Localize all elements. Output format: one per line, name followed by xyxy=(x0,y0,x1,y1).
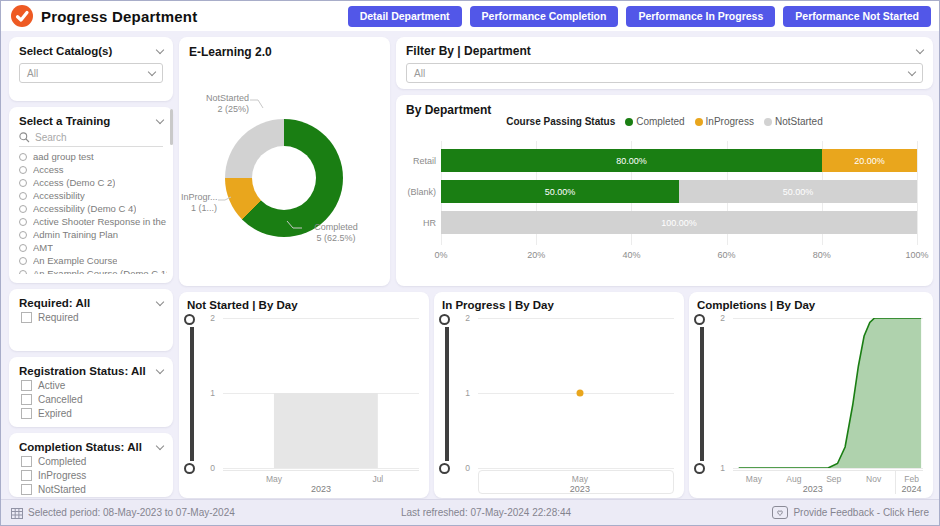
training-item[interactable]: Access (Demo C 2) xyxy=(19,176,167,189)
training-item-label: Admin Training Plan xyxy=(33,229,118,240)
gridline xyxy=(917,141,918,245)
y-tick-label: 1 xyxy=(465,388,470,398)
completion-title: Completion Status: All xyxy=(19,441,142,453)
slider-track[interactable] xyxy=(445,327,449,461)
category-label: (Blank) xyxy=(400,187,436,197)
bar-value-label: 20.00% xyxy=(854,156,885,166)
collapse-chevron-icon[interactable] xyxy=(156,365,164,373)
legend-item[interactable]: Completed xyxy=(625,116,684,127)
bar-segment-completed[interactable]: 80.00% xyxy=(441,149,822,172)
slider-handle-bottom[interactable] xyxy=(694,463,705,474)
training-list: aad group testAccessAccess (Demo C 2)Acc… xyxy=(19,150,167,274)
nav-button-performance-in-progress[interactable]: Performance In Progress xyxy=(626,6,775,27)
y-axis-labels: 210 xyxy=(458,318,472,468)
training-item[interactable]: Active Shooter Response in the ... xyxy=(19,215,167,228)
training-item[interactable]: AMT xyxy=(19,241,167,254)
department-select[interactable]: All xyxy=(406,63,923,83)
slider-handle-bottom[interactable] xyxy=(184,463,195,474)
plot-area xyxy=(223,318,419,468)
bar-value-label: 50.00% xyxy=(783,187,814,197)
year-divider xyxy=(895,471,896,494)
catalog-filter-panel: Select Catalog(s) All xyxy=(9,37,173,101)
scrollbar-thumb[interactable] xyxy=(170,109,173,145)
nav-button-performance-not-started[interactable]: Performance Not Started xyxy=(783,6,931,27)
legend-item[interactable]: InProgress xyxy=(695,116,754,127)
slider-track[interactable] xyxy=(190,327,194,461)
y-axis-labels: 21 xyxy=(713,318,727,468)
checkbox[interactable] xyxy=(21,408,32,419)
checkbox-label: Expired xyxy=(38,408,72,419)
radio-circle-icon xyxy=(19,166,27,174)
checkbox[interactable] xyxy=(21,394,32,405)
radio-circle-icon xyxy=(19,218,27,226)
y-tick-label: 0 xyxy=(465,463,470,473)
nav-button-detail-department[interactable]: Detail Department xyxy=(348,6,462,27)
feedback-link[interactable]: Provide Feedback - Click Here xyxy=(772,506,929,519)
y-tick-label: 2 xyxy=(210,313,215,323)
callout-value: 2 (25%) xyxy=(187,104,249,115)
chart-title: In Progress | By Day xyxy=(434,292,684,311)
collapse-chevron-icon[interactable] xyxy=(156,115,164,123)
date-range-slider xyxy=(184,314,200,474)
training-item-label: aad group test xyxy=(33,151,94,162)
plot-overlay xyxy=(478,318,674,468)
in-progress-by-day-panel: In Progress | By Day 210 May2023 xyxy=(434,292,684,498)
checkbox-option[interactable]: NotStarted xyxy=(21,484,173,495)
checkbox[interactable] xyxy=(21,380,32,391)
collapse-chevron-icon[interactable] xyxy=(156,297,164,305)
bar-segment-notstarted[interactable]: 100.00% xyxy=(441,211,917,234)
bar-segment-notstarted[interactable]: 50.00% xyxy=(679,180,917,203)
slider-handle-top[interactable] xyxy=(184,314,195,325)
collapse-chevron-icon[interactable] xyxy=(156,441,164,449)
dept-x-axis: 0%20%40%60%80%100% xyxy=(441,250,917,262)
training-item[interactable]: aad group test xyxy=(19,150,167,163)
bar-value-label: 50.00% xyxy=(545,187,576,197)
checkbox[interactable] xyxy=(21,312,32,323)
catalog-select-value: All xyxy=(27,68,38,79)
checkbox[interactable] xyxy=(21,456,32,467)
training-item[interactable]: An Example Course (Demo C 12) xyxy=(19,267,167,274)
checkbox-option[interactable]: InProgress xyxy=(21,470,173,481)
slider-handle-top[interactable] xyxy=(694,314,705,325)
training-item[interactable]: Accessibility xyxy=(19,189,167,202)
data-point[interactable] xyxy=(576,390,583,397)
checkbox[interactable] xyxy=(21,470,32,481)
checkbox-option[interactable]: Active xyxy=(21,380,173,391)
date-range-slider xyxy=(439,314,455,474)
legend-dot-notstarted xyxy=(764,118,772,126)
legend-label: NotStarted xyxy=(775,116,823,127)
selected-period-text: Selected period: 08-May-2023 to 07-May-2… xyxy=(28,507,235,518)
slider-handle-bottom[interactable] xyxy=(439,463,450,474)
bar-segment-inprogress[interactable]: 20.00% xyxy=(822,149,917,172)
training-title: Select a Training xyxy=(19,115,110,127)
bar-segment-completed[interactable]: 50.00% xyxy=(441,180,679,203)
collapse-chevron-icon[interactable] xyxy=(156,45,164,53)
legend-dot-inprogress xyxy=(695,118,703,126)
training-item[interactable]: Access xyxy=(19,163,167,176)
donut-callout-completed: Completed 5 (62.5%) xyxy=(304,222,368,244)
collapse-chevron-icon[interactable] xyxy=(916,45,924,53)
training-item[interactable]: An Example Course xyxy=(19,254,167,267)
training-search xyxy=(19,132,163,147)
legend-title: Course Passing Status xyxy=(506,116,615,127)
search-input[interactable] xyxy=(35,132,145,143)
checkbox-option[interactable]: Required xyxy=(21,312,173,323)
gridline xyxy=(223,468,419,469)
slider-track[interactable] xyxy=(700,327,704,461)
training-item[interactable]: Admin Training Plan xyxy=(19,228,167,241)
x-tick-label: May xyxy=(572,474,588,484)
catalog-select[interactable]: All xyxy=(19,63,163,83)
legend-item[interactable]: NotStarted xyxy=(764,116,823,127)
nav-button-performance-completion[interactable]: Performance Completion xyxy=(470,6,619,27)
checkbox[interactable] xyxy=(21,484,32,495)
checkbox-option[interactable]: Completed xyxy=(21,456,173,467)
registration-options: ActiveCancelledExpired xyxy=(9,380,173,419)
radio-circle-icon xyxy=(19,179,27,187)
training-item[interactable]: Accessibility (Demo C 4) xyxy=(19,202,167,215)
x-axis-band: MayJul2023 xyxy=(223,470,419,494)
donut-chart[interactable] xyxy=(225,119,343,237)
checkbox-option[interactable]: Expired xyxy=(21,408,173,419)
slider-handle-top[interactable] xyxy=(439,314,450,325)
radio-circle-icon xyxy=(19,244,27,252)
checkbox-option[interactable]: Cancelled xyxy=(21,394,173,405)
